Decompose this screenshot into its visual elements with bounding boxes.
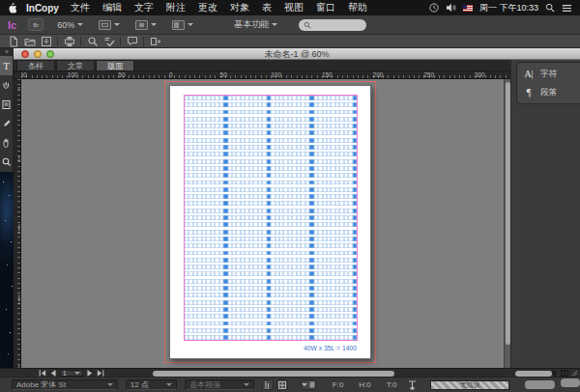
page-number-value: 1 [63,370,67,377]
grid-line [185,279,357,284]
arrange-documents-dropdown[interactable] [172,20,193,30]
menubar-menu-4[interactable]: 附注 [166,1,186,14]
volume-icon[interactable] [446,3,456,13]
next-page-button[interactable] [87,370,93,377]
paragraph-panel-button[interactable]: ¶段落 [517,83,580,101]
paragraph-style-value: 基本段落 [189,379,220,390]
zoom-tool[interactable] [0,153,13,172]
print-icon[interactable] [61,36,77,47]
menubar-menu-8[interactable]: 视图 [284,1,304,14]
grid-line [185,194,357,199]
horizontal-ruler[interactable]: 15010050050100150200250300350 [21,71,510,79]
character-panel-button[interactable]: A|字符 [517,65,580,83]
search-input[interactable] [299,19,366,31]
screen-mode-dropdown[interactable] [135,20,157,30]
vertical-scrollbar[interactable] [504,79,510,368]
pasteboard[interactable]: 40W x 35L = 1400 [21,79,504,368]
panel-menu-button[interactable] [301,379,316,390]
grid-line [185,237,357,241]
status-bar: Adobe 宋体 St 12 点 基本段落 F:0H:0T:0 无错误 [0,377,580,392]
frame-grid[interactable] [185,96,357,340]
view-options-dropdown[interactable] [99,20,120,30]
zoom-level-value: 60% [57,20,74,30]
type-tool[interactable]: T [0,56,13,75]
ruler-origin-corner[interactable] [14,71,21,79]
menubar-menu-3[interactable]: 文字 [134,1,154,14]
hand-tool[interactable] [0,133,13,153]
view-tab-active[interactable]: 版面 [96,60,134,70]
new-document-icon[interactable] [5,36,21,47]
quick-toolbar [0,35,580,48]
menubar-menu-6[interactable]: 对象 [230,1,249,14]
font-family-dropdown[interactable]: Adobe 宋体 St [12,379,118,390]
chevron-down-icon [151,23,157,26]
view-options-icon [99,20,111,30]
grid-marker-cell [353,251,357,256]
horizontal-scrollbar-right[interactable] [515,371,552,377]
grid-view-toggle[interactable] [276,379,288,390]
menubar-menu-7[interactable]: 表 [262,1,272,14]
page-number-field[interactable]: 1 [60,370,83,377]
notification-center-icon[interactable] [562,4,572,13]
previous-page-button[interactable] [50,370,56,377]
grid-line [185,110,357,115]
spell-check-icon[interactable] [101,36,117,47]
grid-line [185,117,357,122]
menubar-menu-1[interactable]: 文件 [71,1,90,14]
note-icon[interactable] [124,36,140,47]
tools-panel-header[interactable]: » [0,48,14,56]
track-changes-icon[interactable] [147,36,163,47]
font-size-dropdown[interactable]: 12 点 [126,379,178,390]
menubar-menu-9[interactable]: 窗口 [316,1,335,14]
grid-line [185,201,357,206]
input-flag-icon[interactable] [463,5,473,12]
clock-icon[interactable] [429,3,439,13]
apple-menu-icon[interactable] [8,3,16,14]
position-tool[interactable] [0,75,13,95]
grid-marker-cell [353,117,357,122]
font-size-value: 12 点 [130,379,149,390]
first-page-button[interactable] [39,370,46,377]
resize-grip-icon[interactable] [571,370,578,377]
document-title-bar[interactable]: 未命名-1 @ 60% [14,48,580,60]
menubar-clock[interactable]: 周一 下午10:33 [479,2,538,14]
grid-line [185,138,357,143]
cursor-icon[interactable] [552,370,558,377]
view-tab-inactive[interactable]: 文章 [56,60,95,70]
h-ruler-label: 100 [271,71,281,78]
chevron-down-icon [244,383,249,386]
menubar-menu-5[interactable]: 更改 [198,1,218,14]
workspace-switcher[interactable]: 基本功能 [234,18,277,31]
application-bar: Ic Br 60% 基本功能 [0,15,580,35]
vertical-ruler[interactable]: 050100150200 [14,79,21,368]
zoom-level-dropdown[interactable]: 60% [57,20,83,30]
toolbar-separator [120,37,121,46]
paragraph-style-dropdown[interactable]: 基本段落 [185,379,254,390]
vertical-text-toggle[interactable] [262,379,274,390]
menubar-menu-2[interactable]: 编辑 [102,1,122,14]
grid-marker-cell [353,293,357,297]
find-icon[interactable] [84,36,101,47]
open-icon[interactable] [21,36,38,47]
bridge-button[interactable]: Br [28,18,44,31]
status-decoration [525,380,555,389]
view-tab-inactive[interactable]: 条样 [16,60,55,70]
desktop-wallpaper [0,172,14,368]
eyedropper-tool[interactable] [0,114,13,133]
grid-line [185,286,357,291]
grid-marker-cell [353,145,357,150]
spotlight-icon[interactable] [545,3,555,13]
last-page-button[interactable] [97,370,104,377]
menubar-app-name[interactable]: InCopy [26,3,59,14]
tools-panel: T [0,56,14,172]
h-ruler-label: 200 [373,71,384,78]
note-tool[interactable] [0,95,13,114]
horizontal-scrollbar-thumb[interactable] [153,371,394,377]
grid-line [185,243,357,248]
copyfit-progress-bar: 无错误 [430,380,509,390]
menubar-menu-10[interactable]: 帮助 [348,1,367,14]
page[interactable]: 40W x 35L = 1400 [169,85,371,359]
split-view-icon[interactable] [561,370,568,377]
view-tab-bar: 条样文章版面 [14,60,510,71]
save-icon[interactable] [38,36,54,47]
